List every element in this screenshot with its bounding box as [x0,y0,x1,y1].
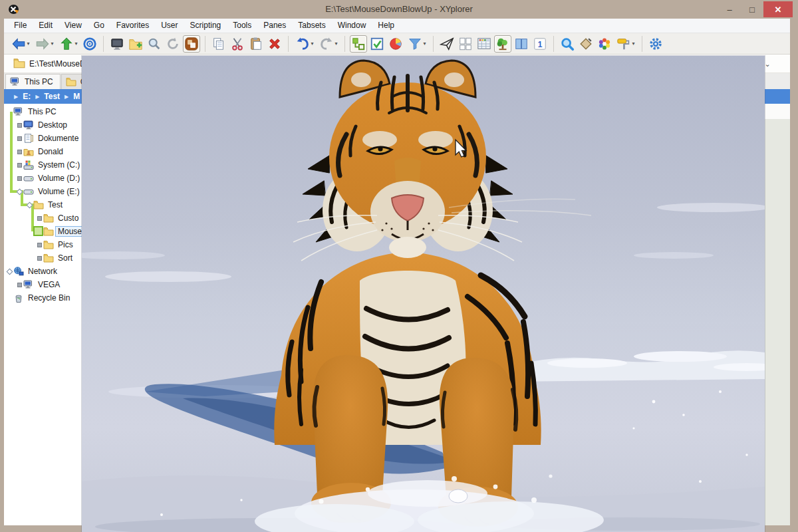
collapsed-toggle-icon[interactable] [15,176,23,181]
folder-icon [43,253,55,263]
tree-item-label: VEGA [35,279,63,290]
close-button[interactable]: ✕ [763,1,793,17]
preview-image-tiger [82,56,765,532]
tag-diamond-icon [579,37,593,51]
menu-view[interactable]: View [59,19,88,33]
tab-this-pc[interactable]: This PC [5,74,61,89]
live-filter-button[interactable] [559,35,576,53]
visual-filter-button[interactable]: ▾ [406,35,428,53]
dropdown-arrow-icon[interactable]: ▾ [74,41,77,47]
dual-pane-button[interactable] [513,35,530,53]
format-painter-button[interactable]: ▾ [614,35,637,53]
collapsed-toggle-icon[interactable] [15,150,23,154]
maximize-button[interactable]: □ [741,1,763,17]
folder-icon [43,240,55,249]
redo-icon [319,37,334,51]
breadcrumb-arrow-icon: ▶ [35,94,39,100]
color-labels-button[interactable] [596,35,613,53]
cut-button[interactable] [229,35,246,53]
toolbar-separator [288,36,289,52]
go-forward-button[interactable]: ▾ [33,35,56,53]
mini-tree-button[interactable] [350,35,367,53]
tree-item-label: Volume (E:) [35,186,82,197]
svg-text:1: 1 [538,39,543,49]
menu-user[interactable]: User [155,19,184,33]
mini-tree-icon [351,37,366,51]
collapsed-toggle-icon[interactable] [35,256,43,261]
go-to-location-button[interactable] [81,35,98,53]
toolbar-group: ▾ [556,35,640,53]
address-path[interactable]: E:\Test\MouseDo [29,55,90,73]
menu-scripting[interactable]: Scripting [184,19,227,33]
folder-icon [13,58,25,70]
redo-button[interactable]: ▾ [317,35,340,53]
checkbox-selection-button[interactable] [368,35,386,53]
menu-go[interactable]: Go [88,19,110,33]
breadcrumb-segment[interactable]: E: [23,92,31,101]
go-back-button[interactable]: ▾ [9,35,32,53]
checkbox-icon [370,37,384,51]
paste-button[interactable] [247,35,265,53]
undo-button[interactable]: ▾ [293,35,316,53]
collapsed-toggle-icon[interactable] [15,283,23,287]
dropdown-arrow-icon[interactable]: ▾ [632,41,634,47]
menu-tabsets[interactable]: Tabsets [292,19,331,33]
dropdown-arrow-icon[interactable]: ▾ [311,41,313,47]
breadcrumb-segment[interactable]: Test [44,92,60,101]
toolbar-separator [344,36,345,52]
toolbar-group [644,35,667,53]
menu-edit[interactable]: Edit [33,19,59,33]
title-bar[interactable]: E:\Test\MouseDownBlowUp - XYplorer – □ ✕ [0,0,798,19]
send-to-button[interactable] [438,35,456,53]
single-pane-button[interactable]: 1 [531,35,549,53]
configuration-button[interactable] [647,35,664,53]
menu-file[interactable]: File [8,19,33,33]
expand-toggle-icon[interactable] [5,269,13,274]
xyplorer-window: { "window": { "title": "E:\\Test\\MouseD… [0,0,798,532]
tree-item-label: System (C:) [35,160,82,170]
menu-help[interactable]: Help [372,19,400,33]
folder-icon [66,77,76,86]
find-files-button[interactable] [146,35,163,53]
menu-tools[interactable]: Tools [227,19,257,33]
breadcrumb-arrow-icon: ▶ [14,94,18,100]
copy-button[interactable] [210,35,227,53]
toolbar-separator [103,36,104,52]
collapsed-toggle-icon[interactable] [35,243,43,247]
tree-item-label: Volume (D:) [35,173,82,184]
dropdown-arrow-icon[interactable]: ▾ [423,41,426,47]
image-preview-overlay[interactable] [82,56,765,532]
menu-favorites[interactable]: Favorites [110,19,155,33]
menu-panes[interactable]: Panes [257,19,292,33]
collapsed-toggle-icon[interactable] [15,163,23,168]
tree-item-label: Sort [55,253,75,263]
undo-icon [295,37,310,51]
mouse-down-blow-up-button[interactable] [183,35,200,53]
tree-item-label: Network [25,266,60,277]
dropdown-arrow-icon[interactable]: ▾ [27,41,29,47]
expand-toggle-icon[interactable] [25,203,33,207]
show-drives-button[interactable] [108,35,126,53]
minimize-button[interactable]: – [718,1,741,17]
toolbar-group [207,35,286,53]
go-up-button[interactable]: ▾ [57,35,80,53]
collapsed-toggle-icon[interactable] [35,216,43,221]
breadcrumb-segment[interactable]: M [73,92,80,101]
drive-icon [23,174,35,183]
new-folder-button[interactable] [127,35,144,53]
collapsed-toggle-icon[interactable] [15,123,23,128]
folder-statistics-button[interactable] [387,35,404,53]
details-view-button[interactable] [475,35,493,53]
refresh-button[interactable] [164,35,182,53]
magnifier-icon [147,37,162,51]
expand-toggle-icon[interactable] [15,190,23,194]
tree-item-label: Test [45,200,65,210]
tag-item-button[interactable] [577,35,595,53]
menu-window[interactable]: Window [332,19,372,33]
dropdown-arrow-icon[interactable]: ▾ [51,41,53,47]
delete-button[interactable] [266,35,283,53]
dropdown-arrow-icon[interactable]: ▾ [334,41,337,47]
show-tree-button[interactable] [494,35,511,53]
collapsed-toggle-icon[interactable] [15,136,23,141]
compare-lists-button[interactable] [457,35,474,53]
